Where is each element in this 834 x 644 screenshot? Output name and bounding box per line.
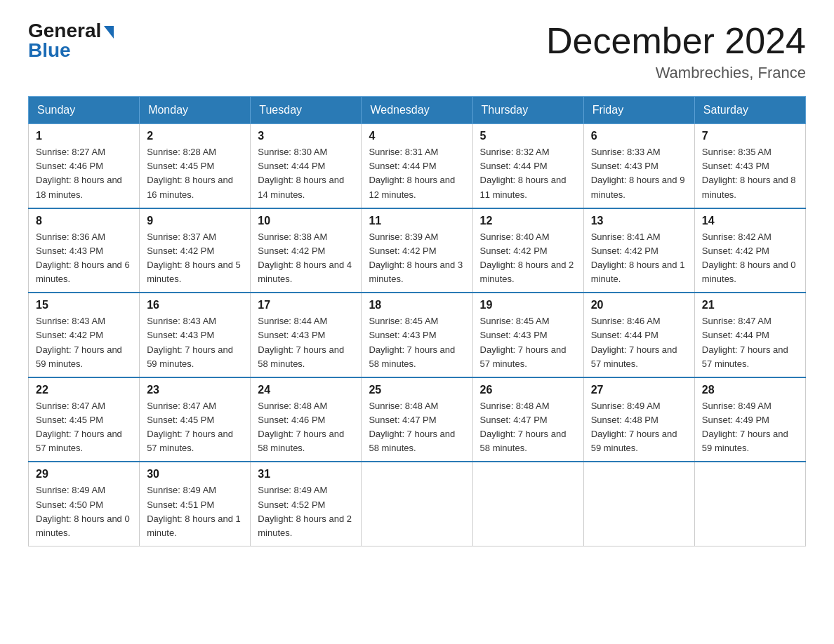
day-number: 23 — [147, 384, 243, 396]
day-info: Sunrise: 8:41 AMSunset: 4:42 PMDaylight:… — [591, 230, 687, 287]
calendar-cell — [583, 462, 694, 546]
day-number: 16 — [147, 299, 243, 311]
day-number: 29 — [36, 468, 132, 481]
day-number: 24 — [258, 384, 354, 396]
day-number: 4 — [369, 130, 465, 142]
calendar-cell: 11Sunrise: 8:39 AMSunset: 4:42 PMDayligh… — [362, 208, 472, 293]
day-info: Sunrise: 8:38 AMSunset: 4:42 PMDaylight:… — [258, 230, 354, 287]
calendar-cell: 1Sunrise: 8:27 AMSunset: 4:46 PMDaylight… — [29, 124, 140, 208]
calendar-cell: 27Sunrise: 8:49 AMSunset: 4:48 PMDayligh… — [583, 377, 694, 462]
calendar-cell: 9Sunrise: 8:37 AMSunset: 4:42 PMDaylight… — [140, 208, 251, 293]
day-info: Sunrise: 8:35 AMSunset: 4:43 PMDaylight:… — [702, 145, 798, 202]
page-header: General Blue December 2024 Wambrechies, … — [28, 21, 806, 82]
day-number: 30 — [147, 468, 243, 481]
calendar-cell: 26Sunrise: 8:48 AMSunset: 4:47 PMDayligh… — [472, 377, 583, 462]
calendar-cell: 16Sunrise: 8:43 AMSunset: 4:43 PMDayligh… — [140, 293, 251, 377]
day-info: Sunrise: 8:44 AMSunset: 4:43 PMDaylight:… — [258, 314, 354, 371]
week-row-4: 22Sunrise: 8:47 AMSunset: 4:45 PMDayligh… — [29, 377, 806, 462]
calendar-cell: 13Sunrise: 8:41 AMSunset: 4:42 PMDayligh… — [583, 208, 694, 293]
calendar-cell — [694, 462, 805, 546]
day-number: 6 — [591, 130, 687, 142]
day-number: 27 — [591, 384, 687, 396]
calendar-cell: 30Sunrise: 8:49 AMSunset: 4:51 PMDayligh… — [140, 462, 251, 546]
day-number: 25 — [369, 384, 465, 396]
calendar-cell: 7Sunrise: 8:35 AMSunset: 4:43 PMDaylight… — [694, 124, 805, 208]
day-info: Sunrise: 8:49 AMSunset: 4:49 PMDaylight:… — [702, 399, 798, 456]
day-number: 20 — [591, 299, 687, 311]
calendar-cell: 19Sunrise: 8:45 AMSunset: 4:43 PMDayligh… — [472, 293, 583, 377]
day-number: 22 — [36, 384, 132, 396]
calendar-cell: 22Sunrise: 8:47 AMSunset: 4:45 PMDayligh… — [29, 377, 140, 462]
day-number: 9 — [147, 215, 243, 227]
calendar-cell — [472, 462, 583, 546]
weekday-header-monday: Monday — [140, 97, 251, 124]
logo: General Blue — [28, 21, 114, 60]
day-number: 10 — [258, 215, 354, 227]
calendar-cell: 20Sunrise: 8:46 AMSunset: 4:44 PMDayligh… — [583, 293, 694, 377]
day-info: Sunrise: 8:33 AMSunset: 4:43 PMDaylight:… — [591, 145, 687, 202]
day-number: 2 — [147, 130, 243, 142]
weekday-header-saturday: Saturday — [694, 97, 805, 124]
day-number: 3 — [258, 130, 354, 142]
logo-general: General — [28, 21, 101, 41]
day-info: Sunrise: 8:45 AMSunset: 4:43 PMDaylight:… — [369, 314, 465, 371]
day-info: Sunrise: 8:49 AMSunset: 4:50 PMDaylight:… — [36, 483, 132, 540]
day-info: Sunrise: 8:46 AMSunset: 4:44 PMDaylight:… — [591, 314, 687, 371]
day-info: Sunrise: 8:43 AMSunset: 4:42 PMDaylight:… — [36, 314, 132, 371]
calendar-cell: 2Sunrise: 8:28 AMSunset: 4:45 PMDaylight… — [140, 124, 251, 208]
logo-blue: Blue — [28, 41, 71, 60]
day-number: 1 — [36, 130, 132, 142]
calendar-cell: 12Sunrise: 8:40 AMSunset: 4:42 PMDayligh… — [472, 208, 583, 293]
day-info: Sunrise: 8:45 AMSunset: 4:43 PMDaylight:… — [480, 314, 576, 371]
day-info: Sunrise: 8:48 AMSunset: 4:47 PMDaylight:… — [480, 399, 576, 456]
day-number: 12 — [480, 215, 576, 227]
day-number: 7 — [702, 130, 798, 142]
day-info: Sunrise: 8:37 AMSunset: 4:42 PMDaylight:… — [147, 230, 243, 287]
day-info: Sunrise: 8:48 AMSunset: 4:47 PMDaylight:… — [369, 399, 465, 456]
calendar-cell — [362, 462, 472, 546]
day-info: Sunrise: 8:47 AMSunset: 4:45 PMDaylight:… — [147, 399, 243, 456]
weekday-header-tuesday: Tuesday — [251, 97, 362, 124]
calendar-cell: 14Sunrise: 8:42 AMSunset: 4:42 PMDayligh… — [694, 208, 805, 293]
week-row-1: 1Sunrise: 8:27 AMSunset: 4:46 PMDaylight… — [29, 124, 806, 208]
calendar-cell: 23Sunrise: 8:47 AMSunset: 4:45 PMDayligh… — [140, 377, 251, 462]
day-info: Sunrise: 8:47 AMSunset: 4:44 PMDaylight:… — [702, 314, 798, 371]
day-info: Sunrise: 8:40 AMSunset: 4:42 PMDaylight:… — [480, 230, 576, 287]
calendar-cell: 25Sunrise: 8:48 AMSunset: 4:47 PMDayligh… — [362, 377, 472, 462]
day-number: 19 — [480, 299, 576, 311]
day-number: 26 — [480, 384, 576, 396]
day-info: Sunrise: 8:49 AMSunset: 4:48 PMDaylight:… — [591, 399, 687, 456]
day-info: Sunrise: 8:27 AMSunset: 4:46 PMDaylight:… — [36, 145, 132, 202]
day-info: Sunrise: 8:47 AMSunset: 4:45 PMDaylight:… — [36, 399, 132, 456]
title-section: December 2024 Wambrechies, France — [546, 21, 806, 82]
day-number: 28 — [702, 384, 798, 396]
day-info: Sunrise: 8:42 AMSunset: 4:42 PMDaylight:… — [702, 230, 798, 287]
calendar-cell: 17Sunrise: 8:44 AMSunset: 4:43 PMDayligh… — [251, 293, 362, 377]
day-number: 13 — [591, 215, 687, 227]
weekday-header-row: SundayMondayTuesdayWednesdayThursdayFrid… — [29, 97, 806, 124]
day-info: Sunrise: 8:39 AMSunset: 4:42 PMDaylight:… — [369, 230, 465, 287]
day-info: Sunrise: 8:30 AMSunset: 4:44 PMDaylight:… — [258, 145, 354, 202]
day-info: Sunrise: 8:49 AMSunset: 4:51 PMDaylight:… — [147, 483, 243, 540]
calendar-cell: 15Sunrise: 8:43 AMSunset: 4:42 PMDayligh… — [29, 293, 140, 377]
day-number: 18 — [369, 299, 465, 311]
day-number: 11 — [369, 215, 465, 227]
week-row-3: 15Sunrise: 8:43 AMSunset: 4:42 PMDayligh… — [29, 293, 806, 377]
weekday-header-wednesday: Wednesday — [362, 97, 472, 124]
calendar-cell: 8Sunrise: 8:36 AMSunset: 4:43 PMDaylight… — [29, 208, 140, 293]
day-info: Sunrise: 8:28 AMSunset: 4:45 PMDaylight:… — [147, 145, 243, 202]
weekday-header-friday: Friday — [583, 97, 694, 124]
day-number: 5 — [480, 130, 576, 142]
day-info: Sunrise: 8:49 AMSunset: 4:52 PMDaylight:… — [258, 483, 354, 540]
day-info: Sunrise: 8:48 AMSunset: 4:46 PMDaylight:… — [258, 399, 354, 456]
calendar-cell: 29Sunrise: 8:49 AMSunset: 4:50 PMDayligh… — [29, 462, 140, 546]
calendar-cell: 10Sunrise: 8:38 AMSunset: 4:42 PMDayligh… — [251, 208, 362, 293]
day-number: 21 — [702, 299, 798, 311]
calendar-cell: 21Sunrise: 8:47 AMSunset: 4:44 PMDayligh… — [694, 293, 805, 377]
day-info: Sunrise: 8:36 AMSunset: 4:43 PMDaylight:… — [36, 230, 132, 287]
day-number: 31 — [258, 468, 354, 481]
day-number: 15 — [36, 299, 132, 311]
day-number: 14 — [702, 215, 798, 227]
month-title: December 2024 — [546, 21, 806, 61]
logo-arrow-icon — [104, 26, 114, 39]
